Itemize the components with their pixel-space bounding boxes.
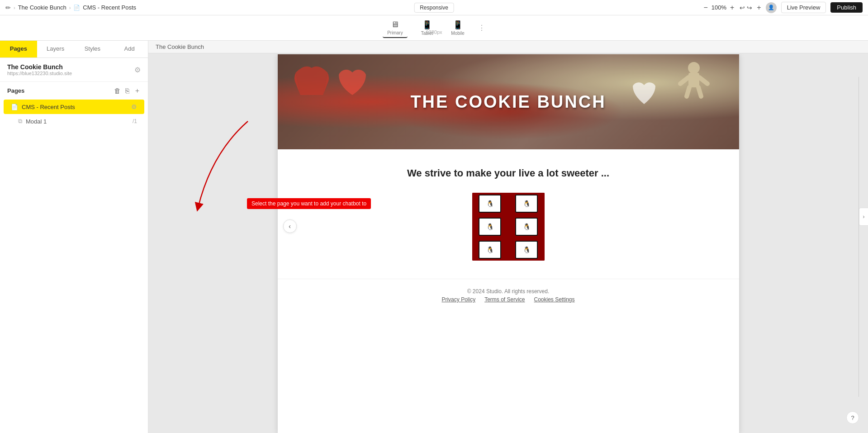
add-page-button[interactable]: ＋ bbox=[134, 86, 141, 95]
content-tagline: We strive to make your live a lot sweete… bbox=[314, 167, 703, 179]
live-preview-button[interactable]: Live Preview bbox=[781, 2, 826, 13]
edit-icon[interactable]: ✏ bbox=[5, 4, 11, 11]
page-settings-icon[interactable]: ⚙ bbox=[131, 103, 137, 110]
tab-styles[interactable]: Styles bbox=[74, 41, 111, 57]
footer-cookies-link[interactable]: Cookies Settings bbox=[534, 296, 575, 303]
cookie-cell-5: 🐧 bbox=[472, 238, 508, 261]
nav-prev-button[interactable]: ‹ bbox=[283, 219, 297, 233]
site-footer: © 2024 Studio. All rights reserved. Priv… bbox=[278, 279, 739, 312]
tab-add[interactable]: Add bbox=[111, 41, 148, 57]
right-divider bbox=[859, 77, 859, 397]
modal-page-number: /1 bbox=[133, 118, 137, 124]
responsive-button[interactable]: Responsive bbox=[414, 3, 454, 13]
zoom-controls: − 100% + bbox=[702, 4, 735, 12]
undo-redo-controls: ↩ ↪ bbox=[740, 4, 752, 11]
site-settings-icon[interactable]: ⚙ bbox=[134, 66, 141, 74]
zoom-in-button[interactable]: + bbox=[729, 4, 735, 12]
site-info: The Cookie Bunch https://blue132230.stud… bbox=[0, 58, 148, 82]
delete-page-button[interactable]: 🗑 bbox=[114, 86, 121, 95]
breadcrumb: ✏ › The Cookie Bunch › 📄 CMS - Recent Po… bbox=[5, 4, 136, 11]
zoom-level: 100% bbox=[711, 4, 726, 11]
canvas-area: Select the page you want to add your cha… bbox=[148, 41, 868, 433]
svg-point-0 bbox=[688, 62, 700, 74]
cookie-cell-4: 🐧 bbox=[509, 216, 545, 238]
breadcrumb-chevron-2: › bbox=[69, 5, 71, 10]
zoom-out-button[interactable]: − bbox=[702, 4, 708, 12]
pages-title: Pages bbox=[7, 87, 24, 94]
device-mobile[interactable]: 📱 Mobile bbox=[446, 18, 469, 38]
tab-layers[interactable]: Layers bbox=[37, 41, 74, 57]
page-item-name: CMS - Recent Posts bbox=[22, 104, 128, 110]
hero-section: THE COOKIE BUNCH bbox=[278, 54, 739, 149]
page-icon: 📄 bbox=[73, 5, 80, 11]
undo-button[interactable]: ↩ bbox=[740, 4, 745, 11]
cookie-cell-2: 🐧 bbox=[509, 193, 545, 215]
device-more-button[interactable]: ⋮ bbox=[478, 24, 485, 32]
primary-label: Primary bbox=[387, 30, 403, 35]
cookie-image: 🐧 🐧 🐧 🐧 🐧 🐧 bbox=[472, 193, 545, 261]
tooltip-arrow bbox=[185, 117, 266, 216]
pages-header: Pages 🗑 ⎘ ＋ bbox=[0, 82, 148, 100]
footer-terms-link[interactable]: Terms of Service bbox=[484, 296, 525, 303]
page-item-modal[interactable]: ⧉ Modal 1 /1 bbox=[4, 114, 144, 128]
site-details: The Cookie Bunch https://blue132230.stud… bbox=[7, 63, 72, 76]
cookie-inner-6: 🐧 bbox=[515, 241, 538, 259]
desktop-icon: 🖥 bbox=[391, 20, 399, 29]
hero-title: THE COOKIE BUNCH bbox=[410, 92, 606, 112]
mobile-icon: 📱 bbox=[453, 20, 463, 30]
topbar-center: Responsive bbox=[414, 3, 454, 13]
tablet-icon: 📱 bbox=[422, 20, 432, 30]
right-panel-toggle[interactable]: › bbox=[859, 208, 868, 226]
cookie-shape-gingerbread bbox=[676, 61, 712, 102]
cookie-shape-heart bbox=[337, 63, 368, 100]
breadcrumb-site[interactable]: The Cookie Bunch bbox=[18, 4, 66, 11]
cookie-cell-3: 🐧 bbox=[472, 216, 508, 238]
cookie-shape-shirt bbox=[291, 59, 332, 109]
site-name: The Cookie Bunch bbox=[7, 63, 72, 71]
mobile-label: Mobile bbox=[451, 31, 464, 36]
canvas-width-indicator: 1380px bbox=[426, 29, 442, 35]
page-list: 📄 CMS - Recent Posts ⚙ ⧉ Modal 1 /1 bbox=[0, 100, 148, 128]
breadcrumb-chevron-1: › bbox=[14, 5, 15, 10]
avatar: 👤 bbox=[766, 2, 777, 13]
site-url: https://blue132230.studio.site bbox=[7, 71, 72, 76]
page-title: The Cookie Bunch bbox=[156, 43, 204, 50]
duplicate-page-button[interactable]: ⎘ bbox=[125, 86, 129, 95]
breadcrumb-page[interactable]: CMS - Recent Posts bbox=[83, 4, 136, 11]
sidebar: Pages Layers Styles Add The Cookie Bunch… bbox=[0, 41, 148, 433]
topbar: ✏ › The Cookie Bunch › 📄 CMS - Recent Po… bbox=[0, 0, 868, 15]
pages-actions: 🗑 ⎘ ＋ bbox=[114, 86, 141, 95]
cookie-shape-heart2 bbox=[631, 77, 658, 109]
redo-button[interactable]: ↪ bbox=[747, 4, 752, 11]
cookie-inner-2: 🐧 bbox=[515, 195, 538, 213]
topbar-right: − 100% + ↩ ↪ + 👤 Live Preview Publish bbox=[702, 2, 863, 13]
main-layout: Pages Layers Styles Add The Cookie Bunch… bbox=[0, 41, 868, 433]
modal-icon: ⧉ bbox=[18, 118, 22, 125]
tab-pages[interactable]: Pages bbox=[0, 41, 37, 57]
modal-page-name: Modal 1 bbox=[26, 118, 129, 125]
device-bar: 🖥 Primary 📱 Tablet 📱 Mobile ⋮ 1380px bbox=[0, 15, 868, 41]
cookie-inner-5: 🐧 bbox=[479, 241, 501, 259]
add-element-button[interactable]: + bbox=[757, 4, 761, 12]
page-title-bar: The Cookie Bunch bbox=[148, 41, 868, 53]
footer-copyright: © 2024 Studio. All rights reserved. bbox=[467, 288, 550, 295]
device-primary[interactable]: 🖥 Primary bbox=[383, 18, 407, 38]
help-button[interactable]: ? bbox=[846, 411, 859, 424]
cookie-cell-6: 🐧 bbox=[509, 238, 545, 261]
content-section: We strive to make your live a lot sweete… bbox=[278, 149, 739, 279]
website-canvas: ‹ bbox=[278, 54, 739, 433]
cookie-inner-4: 🐧 bbox=[515, 218, 538, 236]
publish-button[interactable]: Publish bbox=[830, 2, 863, 13]
cookie-inner-3: 🐧 bbox=[479, 218, 501, 236]
page-item-cms[interactable]: 📄 CMS - Recent Posts ⚙ bbox=[4, 100, 144, 114]
cookie-cell-1: 🐧 bbox=[472, 193, 508, 215]
cookie-inner-1: 🐧 bbox=[479, 195, 501, 213]
footer-privacy-link[interactable]: Privacy Policy bbox=[441, 296, 475, 303]
svg-rect-1 bbox=[688, 73, 699, 87]
page-file-icon: 📄 bbox=[11, 104, 18, 110]
sidebar-tabs: Pages Layers Styles Add bbox=[0, 41, 148, 58]
footer-links: Privacy Policy Terms of Service Cookies … bbox=[296, 296, 721, 303]
